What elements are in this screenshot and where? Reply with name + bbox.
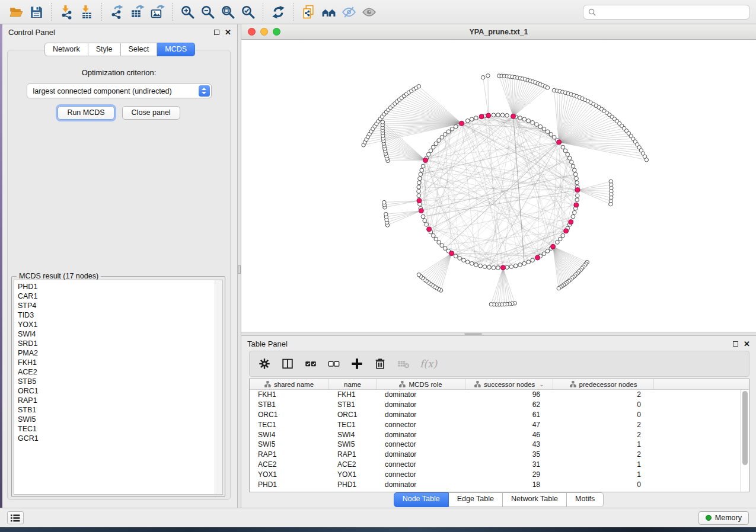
table-cell[interactable]: SWI4 xyxy=(250,431,329,439)
graph-node[interactable] xyxy=(470,117,474,121)
mcds-list-scrollbar[interactable] xyxy=(215,280,222,494)
save-session-icon[interactable] xyxy=(26,2,46,21)
tab-select[interactable]: Select xyxy=(121,43,158,56)
mcds-result-item[interactable]: FKH1 xyxy=(14,358,222,367)
mcds-result-item[interactable]: RAP1 xyxy=(14,396,222,405)
table-cell[interactable]: 31 xyxy=(465,460,553,469)
graph-node-selected[interactable] xyxy=(574,203,579,207)
graph-node[interactable] xyxy=(561,233,565,238)
graph-node[interactable] xyxy=(421,164,425,168)
table-cell[interactable]: 18 xyxy=(465,480,553,489)
table-cell[interactable]: 96 xyxy=(465,390,553,399)
mcds-result-item[interactable]: PHD1 xyxy=(14,282,222,291)
zoom-selected-icon[interactable] xyxy=(238,2,258,21)
tab-network-table[interactable]: Network Table xyxy=(503,492,567,507)
clear-selection-icon[interactable] xyxy=(327,357,340,370)
mcds-result-item[interactable]: TEC1 xyxy=(14,424,222,434)
graph-node-selected[interactable] xyxy=(479,114,484,119)
graph-node[interactable] xyxy=(434,142,438,146)
graph-node[interactable] xyxy=(486,74,490,78)
table-row[interactable]: ACE2ACE2connector311 xyxy=(250,460,749,470)
table-cell[interactable]: connector xyxy=(377,470,465,479)
graph-node[interactable] xyxy=(481,75,484,79)
mcds-result-item[interactable]: PMA2 xyxy=(14,348,222,358)
table-cell[interactable]: YOX1 xyxy=(329,470,377,479)
graph-node-selected[interactable] xyxy=(557,140,562,145)
open-file-icon[interactable] xyxy=(6,2,26,21)
graph-node[interactable] xyxy=(421,214,425,219)
table-options-gear-icon[interactable] xyxy=(258,357,271,370)
graph-node[interactable] xyxy=(572,210,576,214)
graph-node[interactable] xyxy=(420,168,424,172)
graph-node[interactable] xyxy=(569,160,573,164)
table-row[interactable]: STB1STB1dominator620 xyxy=(250,400,749,410)
graph-node-selected[interactable] xyxy=(569,220,573,225)
export-network-icon[interactable] xyxy=(107,2,127,21)
tab-mcds[interactable]: MCDS xyxy=(157,43,195,56)
add-column-icon[interactable] xyxy=(350,357,363,370)
graph-node[interactable] xyxy=(563,149,567,153)
graph-node[interactable] xyxy=(542,127,546,131)
table-cell[interactable]: dominator xyxy=(377,411,465,419)
graph-node[interactable] xyxy=(575,177,579,181)
table-cell[interactable]: FKH1 xyxy=(250,390,329,399)
table-cell[interactable]: 47 xyxy=(465,421,553,429)
graph-node[interactable] xyxy=(522,261,527,265)
graph-node[interactable] xyxy=(417,181,422,185)
graph-node-selected[interactable] xyxy=(486,113,491,118)
close-panel-icon[interactable]: ✕ xyxy=(744,341,750,347)
graph-node[interactable] xyxy=(458,257,462,261)
mcds-result-item[interactable]: STP4 xyxy=(14,301,222,310)
mcds-result-item[interactable]: SRD1 xyxy=(14,339,222,348)
table-cell[interactable]: SWI5 xyxy=(250,440,329,448)
graph-node[interactable] xyxy=(535,123,539,127)
mcds-result-item[interactable]: SWI5 xyxy=(14,415,222,424)
tab-motifs[interactable]: Motifs xyxy=(567,492,604,507)
graph-node[interactable] xyxy=(514,264,518,268)
graph-node-selected[interactable] xyxy=(449,251,454,256)
table-cell[interactable]: 1 xyxy=(553,460,654,469)
close-panel-button[interactable]: Close panel xyxy=(122,106,180,120)
graph-node[interactable] xyxy=(440,243,444,248)
graph-node[interactable] xyxy=(382,200,386,204)
table-cell[interactable]: connector xyxy=(377,440,465,448)
table-cell[interactable]: FKH1 xyxy=(329,390,377,399)
vertical-splitter[interactable] xyxy=(237,24,241,508)
table-row[interactable]: ORC1ORC1dominator610 xyxy=(250,410,749,420)
graph-node[interactable] xyxy=(429,149,433,153)
graph-node[interactable] xyxy=(527,119,531,123)
table-cell[interactable]: ORC1 xyxy=(250,411,329,419)
graph-node[interactable] xyxy=(496,113,500,117)
table-cell[interactable]: 0 xyxy=(553,411,654,419)
graph-node[interactable] xyxy=(384,212,388,216)
graph-node[interactable] xyxy=(492,265,496,270)
horizontal-splitter[interactable] xyxy=(241,332,756,336)
graph-node[interactable] xyxy=(542,252,546,256)
graph-node[interactable] xyxy=(496,266,500,270)
graph-node[interactable] xyxy=(522,117,527,121)
select-all-icon[interactable] xyxy=(304,357,317,370)
graph-node[interactable] xyxy=(571,214,575,219)
graph-node[interactable] xyxy=(417,85,420,88)
mcds-result-item[interactable]: ORC1 xyxy=(14,386,222,396)
zoom-in-icon[interactable] xyxy=(177,2,197,21)
graph-node[interactable] xyxy=(454,254,458,258)
graph-node[interactable] xyxy=(609,202,613,206)
show-columns-icon[interactable] xyxy=(281,357,294,370)
column-header-MCDS-role[interactable]: MCDS role xyxy=(377,379,465,389)
graph-node[interactable] xyxy=(419,172,423,177)
hide-selected-eye-icon[interactable] xyxy=(339,2,359,21)
clone-network-icon[interactable] xyxy=(298,2,318,21)
graph-node[interactable] xyxy=(474,116,479,120)
graph-node[interactable] xyxy=(425,223,429,227)
graph-node[interactable] xyxy=(575,181,579,185)
table-cell[interactable]: 46 xyxy=(465,431,553,439)
table-cell[interactable]: TEC1 xyxy=(329,421,377,429)
table-cell[interactable]: 1 xyxy=(553,470,654,479)
network-canvas[interactable] xyxy=(241,40,756,332)
graph-node-selected[interactable] xyxy=(423,158,428,163)
search-input[interactable] xyxy=(599,8,745,16)
graph-node[interactable] xyxy=(575,198,579,202)
table-cell[interactable]: STB1 xyxy=(250,400,329,409)
table-cell[interactable]: 61 xyxy=(465,411,553,419)
